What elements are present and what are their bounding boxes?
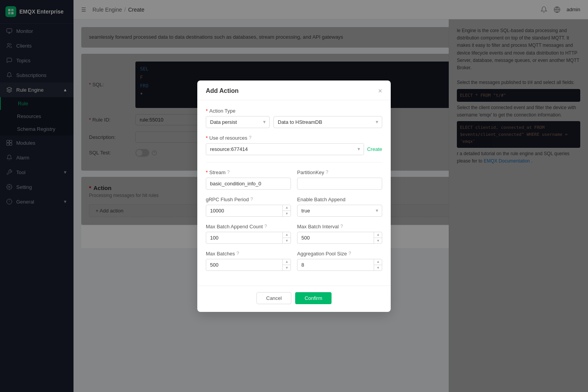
max-batch-interval-arrows: ▲ ▼ — [374, 232, 382, 244]
add-action-modal: Add Action × Action Type Data persist ▼ — [197, 80, 391, 312]
max-batch-interval-wrapper: ▲ ▼ — [297, 232, 382, 244]
max-batches-wrapper: ▲ ▼ — [206, 259, 291, 271]
help-icon-pool[interactable]: ? — [349, 251, 351, 256]
resource-row: resource:677414 ▼ Create — [206, 143, 382, 155]
modal-title: Add Action — [206, 87, 239, 94]
batch-count-interval-row: Max Batch Append Count ? ▲ ▼ Max Batch I… — [206, 224, 382, 251]
action-type-select2-wrapper: Data to HStreamDB ▼ — [273, 116, 382, 128]
enable-batch-select-wrapper: true ▼ — [297, 205, 382, 217]
help-icon-stream[interactable]: ? — [227, 169, 230, 175]
aggregation-pool-up[interactable]: ▲ — [374, 259, 382, 265]
action-type-group: Action Type Data persist ▼ Data to HStre… — [206, 108, 382, 128]
stream-partition-row: Stream ? PartitionKey ? — [206, 169, 382, 197]
resource-select-wrapper: resource:677414 ▼ — [206, 143, 364, 155]
partition-key-input[interactable] — [297, 178, 382, 190]
help-icon-batch-count[interactable]: ? — [264, 224, 267, 229]
stream-input[interactable] — [206, 178, 291, 190]
max-batches-arrows: ▲ ▼ — [282, 259, 291, 271]
help-icon-resources[interactable]: ? — [249, 135, 251, 140]
max-batches-label: Max Batches ? — [206, 251, 291, 257]
help-icon-batch-interval[interactable]: ? — [340, 224, 343, 229]
modal-body: Action Type Data persist ▼ Data to HStre… — [197, 100, 391, 286]
grpc-flush-arrows: ▲ ▼ — [282, 205, 291, 217]
action-type-select2[interactable]: Data to HStreamDB — [273, 116, 382, 128]
stream-label: Stream ? — [206, 169, 291, 175]
max-batch-count-group: Max Batch Append Count ? ▲ ▼ — [206, 224, 291, 244]
max-batch-count-wrapper: ▲ ▼ — [206, 232, 291, 244]
grpc-flush-wrapper: ▲ ▼ — [206, 205, 291, 217]
max-batch-count-arrows: ▲ ▼ — [282, 232, 291, 244]
action-type-select1[interactable]: Data persist — [206, 116, 270, 128]
max-batch-interval-group: Max Batch Interval ? ▲ ▼ — [297, 224, 382, 244]
enable-batch-group: Enable Batch Append true ▼ — [297, 197, 382, 217]
max-batch-count-label: Max Batch Append Count ? — [206, 224, 291, 229]
action-type-select1-wrapper: Data persist ▼ — [206, 116, 270, 128]
max-batch-interval-up[interactable]: ▲ — [374, 232, 382, 238]
help-icon-max-batches[interactable]: ? — [236, 251, 239, 256]
grpc-flush-group: gRPC Flush Period ? ▲ ▼ — [206, 197, 291, 217]
enable-batch-select[interactable]: true — [297, 205, 382, 217]
aggregation-pool-down[interactable]: ▼ — [374, 265, 382, 271]
max-batches-group: Max Batches ? ▲ ▼ — [206, 251, 291, 271]
stream-group: Stream ? — [206, 169, 291, 190]
aggregation-pool-input[interactable] — [297, 259, 382, 271]
max-batch-interval-down[interactable]: ▼ — [374, 238, 382, 244]
resource-select[interactable]: resource:677414 — [206, 143, 364, 155]
modal-footer: Cancel Confirm — [197, 286, 391, 312]
grpc-flush-down[interactable]: ▼ — [283, 211, 291, 217]
use-of-resources-label: Use of resources ? — [206, 135, 382, 141]
action-type-label: Action Type — [206, 108, 382, 114]
modal-cancel-button[interactable]: Cancel — [256, 292, 291, 304]
aggregation-pool-wrapper: ▲ ▼ — [297, 259, 382, 271]
max-batch-count-down[interactable]: ▼ — [283, 238, 291, 244]
modal-confirm-button[interactable]: Confirm — [295, 292, 332, 304]
max-batches-input[interactable] — [206, 259, 291, 271]
help-icon-partition[interactable]: ? — [326, 169, 328, 175]
grpc-batch-row: gRPC Flush Period ? ▲ ▼ Enable Batch App… — [206, 197, 382, 224]
aggregation-pool-label: Aggregation Pool Size ? — [297, 251, 382, 257]
max-batch-count-up[interactable]: ▲ — [283, 232, 291, 238]
modal-header: Add Action × — [197, 80, 391, 100]
partition-key-group: PartitionKey ? — [297, 169, 382, 190]
max-batches-pool-row: Max Batches ? ▲ ▼ Aggregation Pool Size — [206, 251, 382, 278]
use-of-resources-group: Use of resources ? resource:677414 ▼ Cre… — [206, 135, 382, 155]
aggregation-pool-arrows: ▲ ▼ — [374, 259, 382, 271]
max-batches-up[interactable]: ▲ — [283, 259, 291, 265]
modal-overlay[interactable]: Add Action × Action Type Data persist ▼ — [0, 0, 588, 392]
max-batches-down[interactable]: ▼ — [283, 265, 291, 271]
max-batch-count-input[interactable] — [206, 232, 291, 244]
action-type-row: Data persist ▼ Data to HStreamDB ▼ — [206, 116, 382, 128]
section-divider — [206, 162, 382, 163]
create-resource-link[interactable]: Create — [367, 146, 382, 152]
max-batch-interval-input[interactable] — [297, 232, 382, 244]
enable-batch-label: Enable Batch Append — [297, 197, 382, 202]
modal-close-button[interactable]: × — [378, 87, 382, 94]
grpc-flush-input[interactable] — [206, 205, 291, 217]
aggregation-pool-group: Aggregation Pool Size ? ▲ ▼ — [297, 251, 382, 271]
max-batch-interval-label: Max Batch Interval ? — [297, 224, 382, 229]
partition-key-label: PartitionKey ? — [297, 169, 382, 175]
grpc-flush-up[interactable]: ▲ — [283, 205, 291, 211]
help-icon-grpc[interactable]: ? — [250, 197, 253, 202]
grpc-flush-label: gRPC Flush Period ? — [206, 197, 291, 202]
